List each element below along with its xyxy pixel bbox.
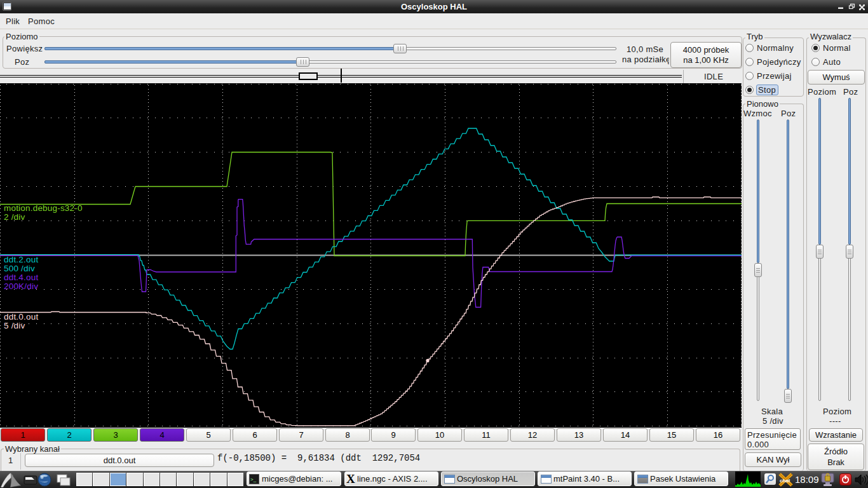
svg-text:motion.debug-s32-0: motion.debug-s32-0	[4, 203, 83, 213]
svg-text:2 /div: 2 /div	[4, 212, 25, 222]
svg-text:ddt.4.out: ddt.4.out	[4, 273, 38, 282]
svg-text:500 /div: 500 /div	[4, 264, 35, 273]
svg-text:chat: chat	[780, 478, 790, 484]
svg-text:5 /div: 5 /div	[4, 321, 25, 330]
svg-text:ddt.2.out: ddt.2.out	[4, 255, 38, 264]
svg-text:200K/div: 200K/div	[4, 281, 38, 291]
svg-text:ddt.0.out: ddt.0.out	[4, 312, 38, 322]
